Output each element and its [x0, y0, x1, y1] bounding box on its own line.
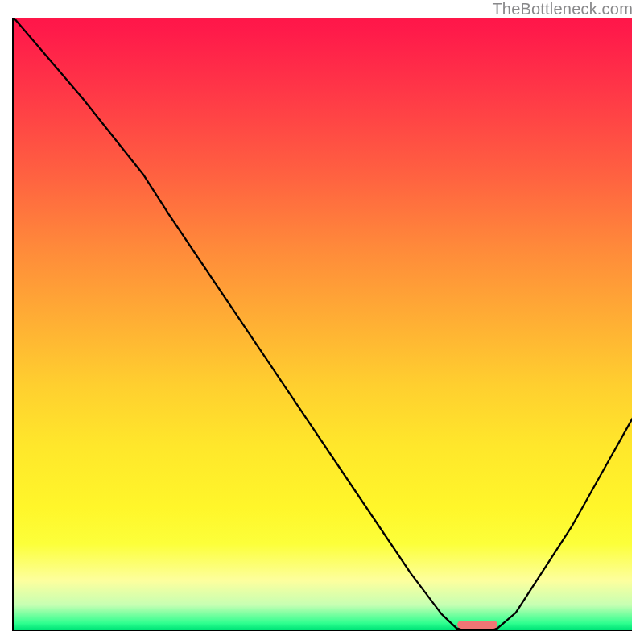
optimal-range-marker	[457, 621, 497, 629]
watermark-text: TheBottleneck.com	[492, 0, 633, 19]
plot-area	[12, 18, 632, 631]
bottleneck-curve	[14, 18, 632, 629]
chart-stage: TheBottleneck.com	[0, 0, 644, 644]
curve-svg	[14, 18, 632, 631]
